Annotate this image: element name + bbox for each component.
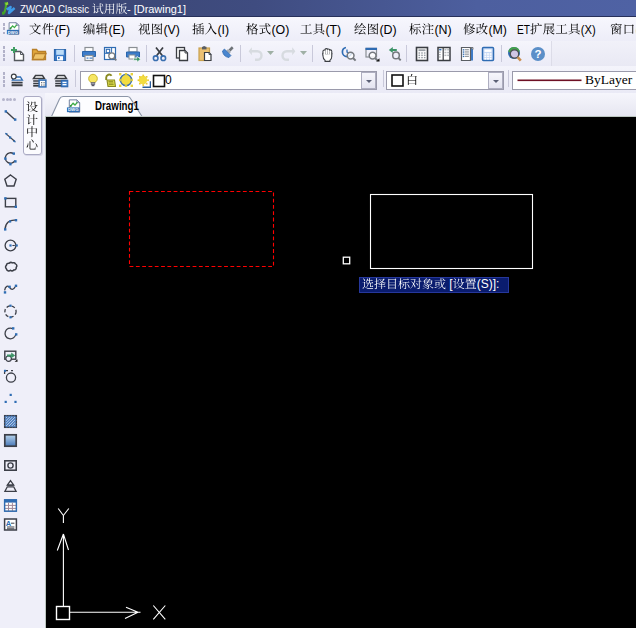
svg-text:(S)]:: (S)]: <box>476 277 499 291</box>
svg-text:[: [ <box>446 277 453 291</box>
